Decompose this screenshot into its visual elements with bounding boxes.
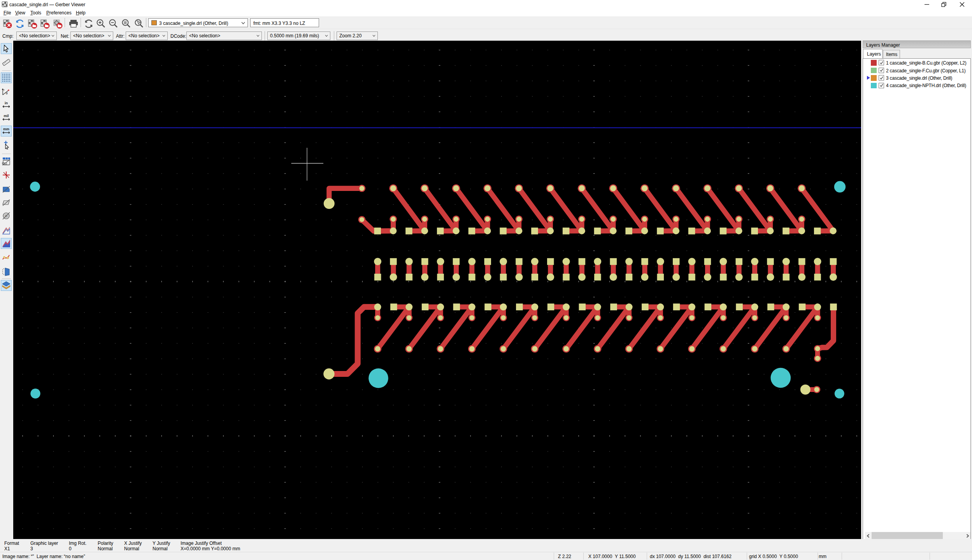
svg-text:r: r xyxy=(4,88,5,92)
svg-text:mil: mil xyxy=(4,114,9,118)
svg-text:mm: mm xyxy=(3,127,9,131)
svg-text:θ: θ xyxy=(6,91,8,95)
svg-text:in: in xyxy=(5,101,8,105)
